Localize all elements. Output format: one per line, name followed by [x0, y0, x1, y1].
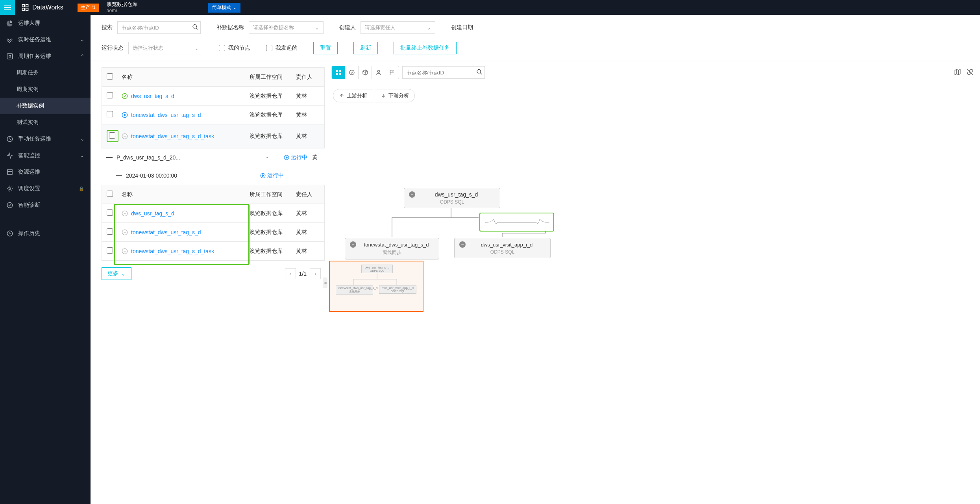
group-name: P_dws_usr_tag_s_d_20... — [116, 154, 251, 161]
dag-canvas[interactable]: −dws_usr_tag_s_d ODPS SQL −tonewstat_dws… — [325, 107, 980, 504]
table-row[interactable]: tonewstat_dws_usr_tag_s_d_task 澳览数据仓库 黄林 — [102, 242, 324, 261]
dag-search-input[interactable] — [402, 66, 485, 79]
row-checkbox[interactable] — [107, 228, 113, 235]
upstream-button[interactable]: 上游分析 — [333, 89, 373, 102]
pie-icon — [6, 20, 13, 27]
svg-rect-3 — [26, 8, 28, 11]
table-row[interactable]: tonewstat_dws_usr_tag_s_d 澳览数据仓库 黄林 — [102, 106, 324, 124]
collapse-icon[interactable]: − — [459, 241, 466, 248]
collapse-icon[interactable]: − — [350, 241, 356, 248]
pending-icon — [122, 248, 128, 254]
collapse-icon[interactable]: − — [409, 191, 415, 198]
search-icon[interactable] — [192, 24, 198, 32]
select-all-checkbox[interactable] — [107, 73, 113, 80]
batch-stop-button[interactable]: 批量终止补数据任务 — [394, 42, 457, 54]
select-all-checkbox[interactable] — [107, 191, 113, 197]
collapse-icon[interactable]: — — [116, 172, 121, 179]
menu-toggle[interactable] — [0, 0, 15, 15]
cube-view-button[interactable] — [359, 66, 372, 79]
status-select[interactable]: 选择运行状态 ⌄ — [128, 42, 203, 54]
dag-node-selected[interactable] — [479, 213, 554, 232]
sidebar-item-dashboard[interactable]: 运维大屏 — [0, 15, 91, 32]
check-view-button[interactable] — [345, 66, 359, 79]
dag-node[interactable]: −tonewstat_dws_usr_tag_s_d 离线同步 — [345, 238, 439, 259]
svg-rect-19 — [336, 70, 338, 72]
group-row-1[interactable]: — P_dws_usr_tag_s_d_20... - 运行中 黄 — [102, 148, 325, 167]
node-link[interactable]: tonewstat_dws_usr_tag_s_d_task — [131, 248, 214, 254]
sidebar-item-monitor[interactable]: 智能监控 ⌄ — [0, 147, 91, 164]
row-checkbox[interactable] — [109, 132, 115, 139]
row-checkbox[interactable] — [107, 92, 113, 98]
pending-icon — [122, 229, 128, 235]
upstream-icon — [339, 93, 344, 98]
svg-point-11 — [122, 93, 127, 98]
flag-view-button[interactable] — [385, 66, 399, 79]
cycle-icon — [6, 53, 13, 60]
reset-button[interactable]: 重置 — [313, 42, 338, 54]
prev-page-button[interactable]: ‹ — [285, 268, 296, 279]
workspace-code: aomi — [107, 8, 137, 14]
svg-point-7 — [9, 188, 11, 190]
sidebar-item-resource[interactable]: 资源运维 — [0, 164, 91, 180]
map-icon[interactable] — [954, 69, 961, 77]
table-row[interactable]: dws_usr_tag_s_d 澳览数据仓库 黄林 — [102, 204, 324, 223]
node-link[interactable]: tonewstat_dws_usr_tag_s_d — [131, 112, 201, 118]
svg-rect-1 — [26, 5, 28, 7]
dag-node[interactable]: −dws_usr_visit_app_i_d ODPS SQL — [454, 238, 551, 258]
collapse-icon[interactable]: — — [106, 154, 112, 161]
search-input[interactable] — [117, 21, 201, 34]
dag-node[interactable]: −dws_usr_tag_s_d ODPS SQL — [404, 188, 500, 208]
downstream-button[interactable]: 下游分析 — [375, 89, 415, 102]
mode-selector[interactable]: 简单模式 ⌄ — [208, 3, 240, 13]
sidebar-item-backfill-instance[interactable]: 补数据实例 — [0, 98, 91, 114]
dag-minimap[interactable]: dws_usr_tag_s_d ODPS SQL tonewstat_dws_u… — [329, 261, 423, 312]
pulse-icon — [6, 152, 13, 159]
grid-icon — [335, 69, 342, 76]
search-icon[interactable] — [476, 69, 483, 76]
node-link[interactable]: dws_usr_tag_s_d — [131, 210, 174, 217]
sidebar-item-history[interactable]: 操作历史 — [0, 225, 91, 242]
grid-view-button[interactable] — [332, 66, 345, 79]
waveform-icon — [485, 217, 549, 228]
node-link[interactable]: tonewstat_dws_usr_tag_s_d — [131, 229, 201, 235]
status-running: 运行中 — [260, 172, 284, 179]
sidebar-item-schedule[interactable]: 调度设置 🔒 — [0, 180, 91, 197]
group-row-2[interactable]: — 2024-01-03 00:00:00 运行中 — [102, 167, 325, 185]
row-checkbox[interactable] — [107, 247, 113, 254]
table-row[interactable]: dws_usr_tag_s_d 澳览数据仓库 黄林 — [102, 87, 324, 106]
sidebar-item-manual[interactable]: 手动任务运维 ⌄ — [0, 131, 91, 147]
my-node-checkbox[interactable]: 我的节点 — [219, 44, 250, 52]
workspace-info[interactable]: 澳览数据仓库 aomi — [107, 1, 137, 14]
svg-rect-6 — [7, 170, 12, 174]
sidebar-item-cycle-instance[interactable]: 周期实例 — [0, 81, 91, 98]
creator-select[interactable]: 请选择责任人 ⌄ — [361, 21, 435, 34]
table-row[interactable]: tonewstat_dws_usr_tag_s_d_task 澳览数据仓库 黄林 — [102, 124, 324, 148]
env-badge: 生产 ⇅ — [78, 4, 99, 12]
status-running: 运行中 — [284, 154, 307, 161]
sidebar-item-realtime[interactable]: 实时任务运维 ⌄ — [0, 32, 91, 48]
row-checkbox[interactable] — [107, 111, 113, 117]
user-view-button[interactable] — [372, 66, 385, 79]
svg-point-24 — [377, 70, 379, 72]
backfill-select[interactable]: 请选择补数据名称 ⌄ — [249, 21, 324, 34]
sidebar-item-cycle[interactable]: 周期任务运维 ⌃ — [0, 48, 91, 65]
wave-icon — [6, 36, 13, 43]
sidebar-item-cycle-task[interactable]: 周期任务 — [0, 65, 91, 81]
sidebar-item-diagnose[interactable]: 智能诊断 — [0, 197, 91, 213]
refresh-button[interactable]: 刷新 — [353, 42, 378, 54]
row-checkbox[interactable] — [107, 209, 113, 216]
node-link[interactable]: tonewstat_dws_usr_tag_s_d_task — [131, 133, 214, 139]
more-button[interactable]: 更多 ⌄ — [102, 267, 131, 280]
splitter-handle[interactable]: « » — [323, 277, 327, 288]
cube-icon — [362, 69, 368, 76]
unlink-icon[interactable] — [967, 69, 974, 77]
node-link[interactable]: dws_usr_tag_s_d — [131, 93, 174, 99]
next-page-button[interactable]: › — [310, 268, 321, 279]
chevron-down-icon: ⌄ — [80, 37, 84, 43]
my-triggered-checkbox[interactable]: 我发起的 — [266, 44, 298, 52]
history-icon — [6, 230, 13, 237]
col-workspace: 所属工作空间 — [250, 191, 293, 198]
sidebar-item-test-instance[interactable]: 测试实例 — [0, 114, 91, 131]
flag-icon — [389, 69, 395, 76]
table-row[interactable]: tonewstat_dws_usr_tag_s_d 澳览数据仓库 黄林 — [102, 223, 324, 242]
